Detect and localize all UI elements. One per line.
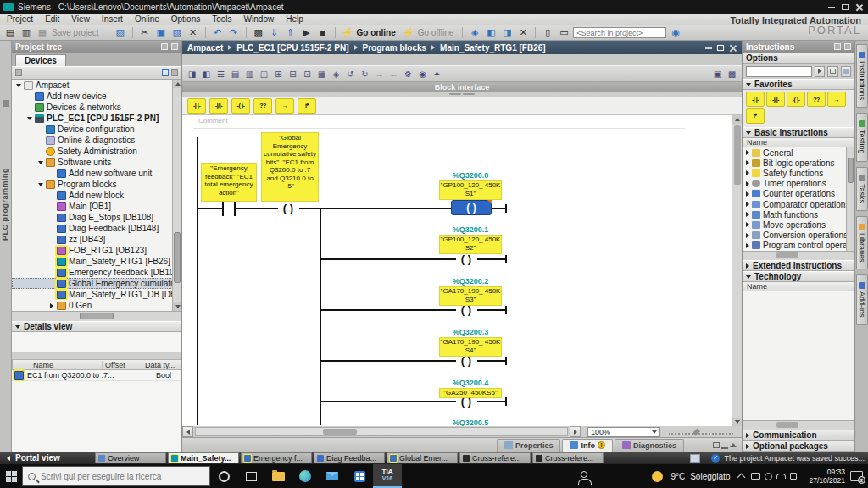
output-tag[interactable]: "GA170_190_ 450KS3" [439,286,502,306]
windows-search-box[interactable] [22,466,210,486]
float-panel-icon[interactable] [834,43,841,50]
favorite-contact-nc-icon[interactable]: -|/|- [766,92,785,107]
block-interface-bar[interactable]: Block interface [182,82,742,92]
tab-info[interactable]: Info! [562,439,613,452]
favorite-coil-icon[interactable]: -( )- [231,98,250,114]
technology-horizontal-scrollbar[interactable] [743,420,854,430]
task-view-button[interactable] [237,464,264,488]
settings-icon[interactable]: ⚙ [402,68,415,80]
contact-symbol[interactable] [222,201,224,216]
favorite-contact-no-icon[interactable]: -| |- [187,98,206,114]
scroll-left-icon[interactable] [182,426,193,437]
columns-view-icon[interactable] [841,66,851,77]
menu-help[interactable]: Help [286,14,303,24]
new-project-icon[interactable]: ▤ [3,26,17,39]
split-vertical-icon[interactable]: ▭ [557,26,570,39]
menu-tools[interactable]: Tools [212,14,231,24]
output-tag[interactable]: "GA250_450KS5" [439,388,502,398]
file-explorer-button[interactable] [264,464,292,488]
absolute-operands-icon[interactable]: ▥ [243,68,256,80]
editor-tab-global-emergency[interactable]: Global Emer... [387,452,458,463]
canvas-horizontal-scrollbar[interactable] [195,427,568,436]
basic-vertical-scrollbar[interactable] [846,147,854,251]
stop-cpu-icon[interactable]: ■ [316,26,330,39]
close-branch-icon[interactable]: ⊟ [287,68,299,80]
tree-item-add-new-block[interactable]: Add new block [12,190,181,201]
breadcrumb-block[interactable]: Main_Safety_RTG1 [FB26] [440,43,545,53]
editor-tab-cross-reference-2[interactable]: Cross-refere... [532,452,604,463]
side-tab-testing[interactable]: Testing [856,113,868,162]
search-in-project-input[interactable] [573,27,666,38]
editor-tab-emergency-feedback[interactable]: Emergency f... [241,452,312,463]
expand-all-icon[interactable] [171,69,178,76]
favorite-contact-no-icon[interactable]: -| |- [746,92,765,107]
tree-item-add-new-device[interactable]: Add new device [12,91,181,102]
show-comments-icon[interactable]: ☰ [214,68,227,80]
undo-icon[interactable]: ↶ [211,26,225,39]
people-button[interactable] [570,464,598,488]
cut-icon[interactable]: ✂ [138,26,152,39]
tab-properties[interactable]: Properties [497,439,561,452]
portal-view-button[interactable]: Portal view [0,453,95,463]
favorite-coil-icon[interactable]: -( )- [787,92,805,107]
tree-item-emergency-feedback[interactable]: Emergency feedback [DB109] [12,267,181,278]
collapse-panel-icon[interactable] [171,43,178,50]
upload-from-device-icon[interactable]: ⇑ [284,26,298,39]
technology-header[interactable]: Technology [743,271,854,282]
breadcrumb-program-blocks[interactable]: Program blocks [363,43,427,53]
scroll-down-icon[interactable] [175,305,181,308]
options-header[interactable]: Options [743,53,854,64]
category-program-control[interactable]: Program control operati... [743,241,854,251]
output-address[interactable]: %Q3200.2 [439,277,502,286]
open-project-icon[interactable]: ▥ [19,26,33,39]
clock[interactable]: 09:33 27/10/2021 [809,468,845,485]
download-to-device-icon[interactable]: ⇓ [268,26,281,39]
windows-search-input[interactable] [41,472,193,481]
contact-tag[interactable]: "Emergency feedback"."EC1 total emergenc… [201,163,257,202]
menu-online[interactable]: Online [135,14,159,24]
favorite-open-branch-icon[interactable]: → [275,98,294,114]
expand-editor-icon[interactable]: ▩ [726,68,738,80]
basic-instructions-header[interactable]: Basic instructions [743,127,854,138]
tree-vertical-scrollbar[interactable] [172,80,181,311]
side-tab-tasks[interactable]: Tasks [856,167,868,211]
display-tray-icon[interactable] [751,473,760,480]
canvas-vertical-scrollbar[interactable] [732,115,742,426]
extended-instructions-header[interactable]: Extended instructions [743,260,854,271]
expand-arrow-icon[interactable] [27,117,32,120]
weather-temp[interactable]: 9°C [670,472,685,481]
weather-button[interactable] [648,464,665,488]
tree-item-add-new-software-unit[interactable]: Add new software unit [12,168,181,179]
details-row[interactable]: EC1 from Q3200.0 to .7... Bool [12,370,181,381]
tree-item-main-safety-rtg1[interactable]: Main_Safety_RTG1 [FB26] [12,256,181,267]
menu-options[interactable]: Options [171,14,200,24]
category-bit-logic[interactable]: Bit logic operations [743,158,854,168]
category-safety-functions[interactable]: Safety functions [743,168,854,178]
column-offset[interactable]: Offset [103,361,142,369]
collapse-panel-icon[interactable] [844,43,851,50]
tree-item-program-blocks[interactable]: Program blocks [12,179,181,190]
start-simulation-icon[interactable]: ◧ [484,26,498,39]
scroll-right-icon[interactable] [570,426,581,437]
favorite-contact-nc-icon[interactable]: -|/|- [209,98,228,114]
output-tag[interactable]: "GP100_120_ 450KS1" [439,180,502,200]
output-address[interactable]: %Q3200.0 [439,171,502,180]
filter-dropdown-icon[interactable] [815,66,825,77]
tree-item-main-safety-rtg1-db[interactable]: Main_Safety_RTG1_DB [DB23] [12,289,181,300]
favorite-empty-box-icon[interactable]: ?? [807,92,826,107]
go-online-icon[interactable]: ⚡ [341,26,354,39]
undo-edit-icon[interactable]: ↺ [344,68,357,80]
open-branch-icon[interactable]: ⊞ [272,68,285,80]
menu-window[interactable]: Window [244,14,275,24]
side-tab-libraries[interactable]: Libraries [856,216,868,270]
scroll-up-icon[interactable] [175,82,181,86]
tree-item-devices-networks[interactable]: Devices & networks [12,102,181,113]
category-general[interactable]: General [743,147,854,158]
weather-text[interactable]: Soleggiato [690,472,730,481]
start-button[interactable] [0,464,22,488]
filter-tree-icon[interactable] [15,69,22,76]
show-symbols-icon[interactable]: ▤ [229,68,242,80]
inspector-restore-icon[interactable] [713,442,720,448]
editor-tab-diag-feedback[interactable]: Diag Feedba... [314,452,385,463]
copy-icon[interactable]: ▣ [154,26,168,39]
